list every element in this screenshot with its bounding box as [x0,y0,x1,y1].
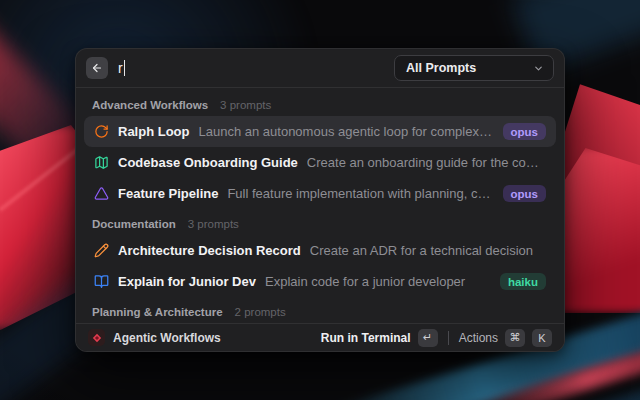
results-list: Advanced Workflows 3 prompts Ralph Loop … [76,88,564,323]
back-button[interactable] [86,57,108,79]
back-arrow-icon [91,62,103,74]
item-description: Create an ADR for a technical decision [310,243,546,258]
list-item-ralph-loop[interactable]: Ralph Loop Launch an autonomous agentic … [84,116,556,147]
item-title: Codebase Onboarding Guide [118,155,298,170]
rotate-cw-icon [94,124,109,139]
book-open-icon [94,274,109,289]
k-keycap[interactable]: K [532,329,552,347]
section-count: 2 prompts [235,306,286,318]
item-description: Full feature implementation with plannin… [227,186,493,201]
triangle-icon [94,186,109,201]
search-input[interactable]: r [118,60,384,76]
section-header-documentation: Documentation 3 prompts [76,209,564,235]
text-caret [124,60,126,76]
run-in-terminal-button[interactable]: Run in Terminal [321,331,411,345]
section-header-planning-architecture: Planning & Architecture 2 prompts [76,297,564,323]
item-description: Create an onboarding guide for the codeb… [307,155,546,170]
item-description: Launch an autonomous agentic loop for co… [199,124,494,139]
item-title: Architecture Decision Record [118,243,301,258]
command-palette: r All Prompts Advanced Workflows 3 promp… [75,48,565,352]
list-item-explain-for-junior-dev[interactable]: Explain for Junior Dev Explain code for … [84,266,556,297]
item-title: Explain for Junior Dev [118,274,256,289]
pencil-icon [94,243,109,258]
item-title: Feature Pipeline [118,186,218,201]
list-item-architecture-decision-record[interactable]: Architecture Decision Record Create an A… [84,235,556,266]
palette-footer: Agentic Workflows Run in Terminal ↵ Acti… [76,323,564,351]
footer-separator [448,331,449,345]
section-title: Documentation [92,218,176,230]
list-item-codebase-onboarding-guide[interactable]: Codebase Onboarding Guide Create an onbo… [84,147,556,178]
section-header-advanced-workflows: Advanced Workflows 3 prompts [76,90,564,116]
search-header: r All Prompts [76,49,564,87]
footer-actions: Run in Terminal ↵ Actions ⌘ K [321,329,552,347]
model-badge: opus [503,123,546,140]
section-count: 3 prompts [220,99,271,111]
section-count: 3 prompts [188,218,239,230]
prompt-filter-dropdown[interactable]: All Prompts [394,55,554,81]
list-item-feature-pipeline[interactable]: Feature Pipeline Full feature implementa… [84,178,556,209]
dropdown-selected-value: All Prompts [406,61,476,75]
search-value: r [118,60,123,76]
section-title: Planning & Architecture [92,306,223,318]
app-name: Agentic Workflows [113,331,221,345]
map-icon [94,155,109,170]
command-keycap[interactable]: ⌘ [505,329,525,347]
app-logo-icon [88,329,105,346]
model-badge: opus [503,185,546,202]
section-title: Advanced Workflows [92,99,208,111]
item-title: Ralph Loop [118,124,190,139]
actions-button[interactable]: Actions [459,331,498,345]
return-keycap[interactable]: ↵ [418,329,438,347]
chevron-down-icon [533,63,544,74]
item-description: Explain code for a junior developer [265,274,491,289]
model-badge: haiku [500,273,546,290]
